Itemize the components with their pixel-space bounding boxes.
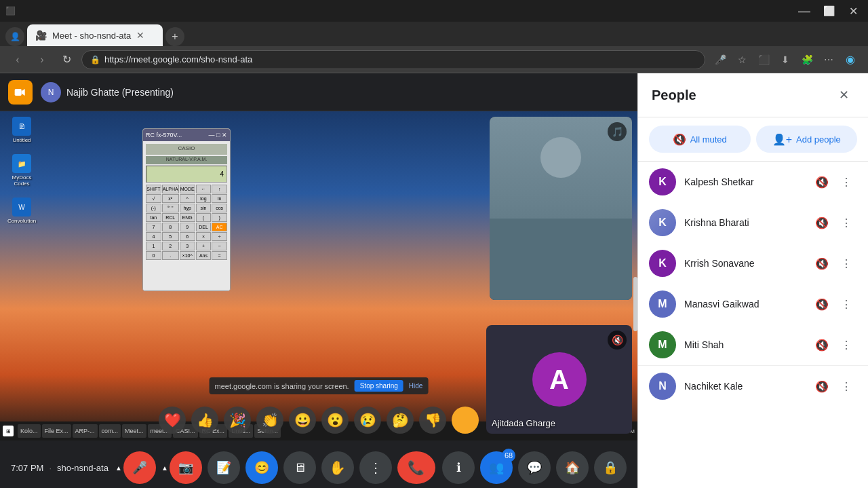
person-mute-button[interactable]: 🔇 bbox=[811, 293, 833, 315]
person-actions: 🔇 ⋮ bbox=[811, 293, 857, 315]
presenter-info: N Najib Ghatte (Presenting) bbox=[41, 82, 174, 102]
end-call-button[interactable]: 📞 bbox=[397, 451, 435, 484]
person-avatar: M bbox=[649, 290, 676, 318]
host-controls-button[interactable]: 🔒 bbox=[594, 451, 627, 484]
person-name: Krrish Sonavane bbox=[684, 258, 803, 269]
person-mute-button[interactable]: 🔇 bbox=[811, 375, 833, 397]
emoji-surprised[interactable]: 😮 bbox=[321, 407, 349, 434]
captions-button[interactable]: 📝 bbox=[208, 451, 240, 484]
person-avatar: M bbox=[649, 331, 676, 358]
emoji-heart[interactable]: ❤️ bbox=[159, 407, 186, 434]
tab-bar: 👤 🎥 Meet - sho-nsnd-ata ✕ + bbox=[0, 22, 868, 46]
present-button[interactable]: 🖥 bbox=[283, 451, 316, 484]
bookmark-icon[interactable]: ☆ bbox=[732, 50, 751, 69]
person-avatar: N bbox=[649, 373, 676, 400]
emoji-bar: ❤️ 👍 🎉 👏 😀 😮 😢 🤔 👎 bbox=[159, 407, 479, 434]
activities-button[interactable]: 🏠 bbox=[556, 451, 589, 484]
emoji-thinking[interactable]: 🤔 bbox=[387, 407, 414, 434]
all-muted-button[interactable]: 🔇 All muted bbox=[649, 126, 751, 153]
mic-group: ▲ 🎤 bbox=[115, 451, 156, 484]
camera-chevron[interactable]: ▲ bbox=[161, 464, 168, 472]
raise-hand-button[interactable]: ✋ bbox=[321, 451, 354, 484]
url-input[interactable]: 🔒 https://meet.google.com/sho-nsnd-ata bbox=[81, 50, 705, 69]
people-panel: People ✕ 🔇 All muted 👤+ Add people K Kal… bbox=[637, 73, 868, 488]
person-more-button[interactable]: ⋮ bbox=[835, 293, 857, 315]
person-mute-button[interactable]: 🔇 bbox=[811, 212, 833, 233]
people-count-badge: 68 bbox=[502, 449, 515, 462]
person-more-button[interactable]: ⋮ bbox=[835, 375, 857, 397]
emoji-party[interactable]: 🎉 bbox=[224, 407, 251, 434]
presenter-avatar: N bbox=[41, 82, 61, 102]
download-icon[interactable]: ⬇ bbox=[776, 50, 795, 69]
person-actions: 🔇 ⋮ bbox=[811, 334, 857, 356]
emoji-thumbsup[interactable]: 👍 bbox=[191, 407, 218, 434]
person-actions: 🔇 ⋮ bbox=[811, 375, 857, 397]
browser-menu-icon[interactable]: ⋯ bbox=[819, 50, 838, 69]
new-tab-button[interactable]: + bbox=[165, 27, 184, 46]
mute-icon: 🔇 bbox=[673, 133, 686, 146]
person-more-button[interactable]: ⋮ bbox=[835, 171, 857, 193]
back-button[interactable]: ‹ bbox=[8, 50, 27, 69]
all-muted-label: All muted bbox=[690, 134, 727, 145]
person-name: Miti Shah bbox=[684, 339, 803, 350]
more-options-button[interactable]: ⋮ bbox=[359, 451, 392, 484]
mute-button[interactable]: 🎤 bbox=[123, 451, 156, 484]
person-actions: 🔇 ⋮ bbox=[811, 171, 857, 193]
info-button[interactable]: ℹ bbox=[442, 451, 475, 484]
meet-controls: ❤️ 👍 🎉 👏 😀 😮 😢 🤔 👎 7:07 PM · sho-nsnd-at… bbox=[0, 440, 637, 488]
meet-header: N Najib Ghatte (Presenting) bbox=[0, 73, 637, 111]
add-people-button[interactable]: 👤+ Add people bbox=[756, 126, 858, 153]
forward-button[interactable]: › bbox=[33, 50, 52, 69]
mic-browser-icon[interactable]: 🎤 bbox=[711, 50, 730, 69]
panel-close-button[interactable]: ✕ bbox=[833, 84, 854, 106]
meeting-time: 7:07 PM bbox=[11, 463, 43, 473]
refresh-button[interactable]: ↻ bbox=[57, 50, 76, 69]
list-item: N Nachiket Kale 🔇 ⋮ bbox=[638, 365, 868, 407]
minimize-button[interactable]: — bbox=[795, 1, 814, 20]
person-more-button[interactable]: ⋮ bbox=[835, 334, 857, 356]
meet-logo bbox=[8, 80, 33, 105]
profile-icon[interactable]: 👤 bbox=[5, 27, 24, 46]
close-button[interactable]: ✕ bbox=[844, 1, 863, 20]
add-person-icon: 👤+ bbox=[772, 133, 792, 146]
title-bar: ⬛ — ⬜ ✕ bbox=[0, 0, 868, 22]
self-mute-icon: 🔇 bbox=[608, 331, 627, 350]
emoji-grin[interactable]: 😀 bbox=[289, 407, 316, 434]
tab-search-icon[interactable]: ⬛ bbox=[754, 50, 773, 69]
person-more-button[interactable]: ⋮ bbox=[835, 252, 857, 274]
edge-icon[interactable]: ◉ bbox=[841, 50, 860, 69]
camera-button[interactable]: 📷 bbox=[170, 451, 202, 484]
chat-button[interactable]: 💬 bbox=[518, 451, 551, 484]
person-mute-button[interactable]: 🔇 bbox=[811, 334, 833, 356]
mic-chevron[interactable]: ▲ bbox=[115, 464, 122, 472]
camera-group: ▲ 📷 bbox=[161, 451, 202, 484]
stop-sharing-button[interactable]: Stop sharing bbox=[355, 380, 403, 392]
emoji-button[interactable]: 😊 bbox=[245, 451, 278, 484]
emoji-circle[interactable] bbox=[452, 407, 479, 434]
hide-button[interactable]: Hide bbox=[409, 382, 423, 390]
panel-title: People bbox=[652, 88, 696, 103]
maximize-button[interactable]: ⬜ bbox=[819, 1, 838, 20]
emoji-thumbsdown[interactable]: 👎 bbox=[419, 407, 446, 434]
tab-title: Meet - sho-nsnd-ata bbox=[52, 31, 131, 41]
emoji-sad[interactable]: 😢 bbox=[354, 407, 381, 434]
svg-rect-0 bbox=[15, 89, 22, 96]
self-initial: A bbox=[549, 364, 569, 395]
person-mute-button[interactable]: 🔇 bbox=[811, 171, 833, 193]
participant-face bbox=[490, 117, 632, 300]
person-mute-button[interactable]: 🔇 bbox=[811, 252, 833, 274]
url-text: https://meet.google.com/sho-nsnd-ata bbox=[104, 54, 252, 64]
self-avatar: A bbox=[532, 352, 587, 407]
person-more-button[interactable]: ⋮ bbox=[835, 212, 857, 233]
active-tab[interactable]: 🎥 Meet - sho-nsnd-ata ✕ bbox=[27, 24, 163, 46]
desktop-icon-3: W Convolution bbox=[5, 198, 38, 224]
person-avatar: K bbox=[649, 168, 676, 195]
participant-video: 🎵 bbox=[490, 117, 632, 300]
calculator-window: RC fx-570V... — □ ✕ CASIO NATURAL-V.P.A.… bbox=[142, 128, 231, 291]
desktop-icon-2: 📁 MyDocs Codes bbox=[5, 154, 38, 187]
controls-center: ▲ 🎤 ▲ 📷 📝 😊 🖥 ✋ ⋮ 📞 bbox=[115, 451, 435, 484]
extensions-icon[interactable]: 🧩 bbox=[797, 50, 816, 69]
emoji-clap[interactable]: 👏 bbox=[256, 407, 283, 434]
tab-close-button[interactable]: ✕ bbox=[136, 30, 144, 41]
scrollbar[interactable] bbox=[633, 277, 637, 331]
